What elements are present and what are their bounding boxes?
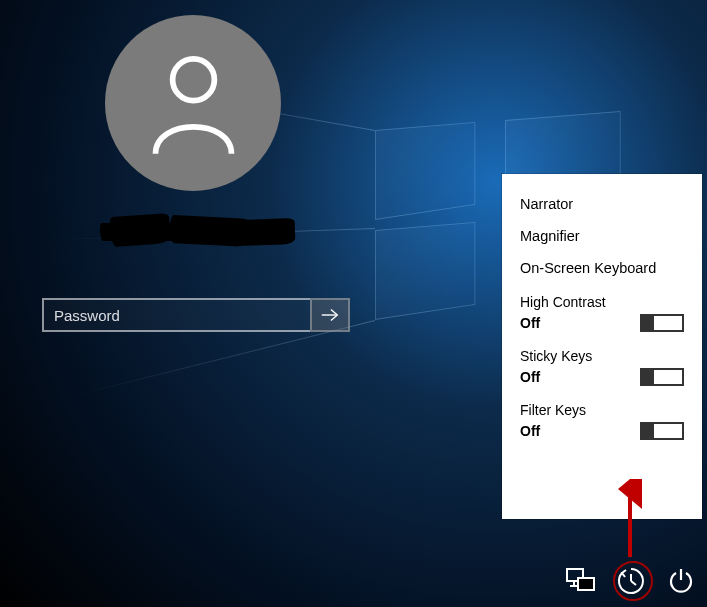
username-redacted — [100, 215, 300, 255]
system-tray — [565, 565, 697, 597]
toggle-state: Off — [520, 369, 540, 385]
toggle-label: High Contrast — [520, 294, 684, 310]
ease-of-access-menu: Narrator Magnifier On-Screen Keyboard Hi… — [502, 174, 702, 519]
svg-rect-4 — [578, 578, 594, 590]
toggle-filter-keys[interactable] — [640, 422, 684, 440]
password-input[interactable] — [42, 298, 310, 332]
ease-of-access-button[interactable] — [615, 565, 647, 597]
toggle-high-contrast[interactable] — [640, 314, 684, 332]
svg-point-0 — [172, 58, 214, 100]
submit-button[interactable] — [310, 298, 350, 332]
menu-item-label: Magnifier — [520, 228, 580, 244]
menu-item-label: On-Screen Keyboard — [520, 260, 656, 276]
menu-item-label: Narrator — [520, 196, 573, 212]
toggle-label: Filter Keys — [520, 402, 684, 418]
menu-item-on-screen-keyboard[interactable]: On-Screen Keyboard — [502, 252, 702, 284]
toggle-row-sticky-keys: Sticky Keys Off — [502, 338, 702, 392]
power-button[interactable] — [665, 565, 697, 597]
toggle-sticky-keys[interactable] — [640, 368, 684, 386]
svg-line-9 — [631, 581, 636, 585]
toggle-row-filter-keys: Filter Keys Off — [502, 392, 702, 446]
network-icon — [566, 568, 596, 594]
avatar — [105, 15, 281, 191]
arrow-right-icon — [319, 304, 341, 326]
power-icon — [667, 567, 695, 595]
network-button[interactable] — [565, 565, 597, 597]
user-icon — [146, 51, 241, 156]
menu-item-magnifier[interactable]: Magnifier — [502, 220, 702, 252]
menu-item-narrator[interactable]: Narrator — [502, 188, 702, 220]
toggle-state: Off — [520, 423, 540, 439]
toggle-state: Off — [520, 315, 540, 331]
password-row — [42, 298, 350, 332]
toggle-row-high-contrast: High Contrast Off — [502, 284, 702, 338]
toggle-label: Sticky Keys — [520, 348, 684, 364]
ease-of-access-icon — [616, 566, 646, 596]
